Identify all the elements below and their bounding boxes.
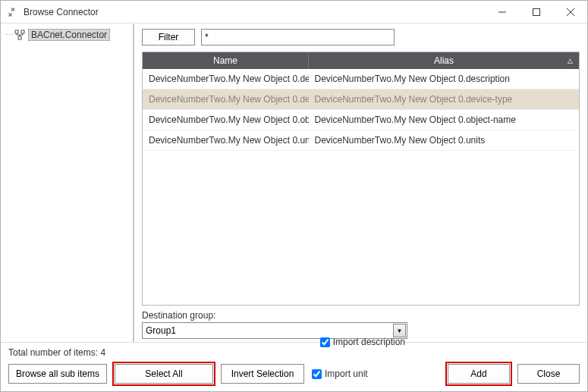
svg-rect-1 xyxy=(15,30,18,33)
cell-alias: DeviceNumberTwo.My New Object 0.device-t… xyxy=(309,89,580,110)
table-row[interactable]: DeviceNumberTwo.My New Object 0.object D… xyxy=(143,110,579,130)
close-window-button[interactable] xyxy=(553,1,587,23)
minimize-button[interactable] xyxy=(485,1,519,23)
column-header-name-label: Name xyxy=(213,55,237,66)
window-controls xyxy=(485,1,587,23)
connector-icon xyxy=(14,30,25,40)
column-header-name[interactable]: Name xyxy=(143,52,309,69)
close-button[interactable]: Close xyxy=(517,364,580,384)
app-icon xyxy=(7,6,19,18)
window-title: Browse Connector xyxy=(24,7,485,17)
select-all-button[interactable]: Select All xyxy=(115,364,213,384)
import-unit-input[interactable] xyxy=(312,369,322,379)
cell-alias: DeviceNumberTwo.My New Object 0.descript… xyxy=(309,69,580,89)
tree-node-bacnet-connector[interactable]: ⋯ BACnet.Connector xyxy=(1,27,133,42)
import-unit-label: Import unit xyxy=(325,368,368,379)
chevron-down-icon: ▼ xyxy=(393,324,406,337)
cell-name: DeviceNumberTwo.My New Object 0.units xyxy=(143,130,309,151)
table-row[interactable]: DeviceNumberTwo.My New Object 0.descri D… xyxy=(143,69,579,89)
connector-tree: ⋯ BACnet.Connector xyxy=(1,24,134,342)
table-row[interactable]: DeviceNumberTwo.My New Object 0.device D… xyxy=(143,89,579,110)
import-unit-checkbox[interactable]: Import unit xyxy=(312,368,368,379)
filter-row: Filter xyxy=(142,29,580,45)
invert-selection-button[interactable]: Invert Selection xyxy=(221,364,304,384)
cell-alias: DeviceNumberTwo.My New Object 0.units xyxy=(309,130,580,151)
cell-name: DeviceNumberTwo.My New Object 0.object xyxy=(143,110,309,130)
sort-indicator-icon: △ xyxy=(568,57,573,64)
titlebar: Browse Connector xyxy=(1,1,587,24)
import-description-checkbox[interactable]: Import description xyxy=(320,337,405,347)
cell-name: DeviceNumberTwo.My New Object 0.device xyxy=(143,89,309,110)
svg-rect-0 xyxy=(533,8,539,15)
tree-node-label: BACnet.Connector xyxy=(28,29,110,41)
footer: Total number of items: 4 Import descript… xyxy=(1,342,587,391)
filter-button[interactable]: Filter xyxy=(142,29,195,45)
maximize-button[interactable] xyxy=(519,1,553,23)
svg-rect-2 xyxy=(21,30,24,33)
filter-input[interactable] xyxy=(201,29,395,45)
svg-rect-3 xyxy=(18,36,21,39)
import-description-label: Import description xyxy=(333,337,405,347)
browse-all-sub-items-button[interactable]: Browse all sub items xyxy=(8,364,107,384)
table-row[interactable]: DeviceNumberTwo.My New Object 0.units De… xyxy=(143,130,579,151)
add-button[interactable]: Add xyxy=(448,364,510,384)
column-header-alias[interactable]: Alias△ xyxy=(309,52,580,69)
content-area: ⋯ BACnet.Connector Filter xyxy=(1,24,587,342)
destination-group-value: Group1 xyxy=(146,325,176,336)
destination-group-row: Destination group: Group1 ▼ xyxy=(142,310,580,339)
cell-alias: DeviceNumberTwo.My New Object 0.object-n… xyxy=(309,110,580,130)
total-items-label: Total number of items: 4 xyxy=(8,347,105,358)
main-panel: Filter Name Alias△ DeviceNumberTwo.My Ne… xyxy=(134,24,587,342)
table-empty-area xyxy=(143,151,579,305)
results-table: Name Alias△ DeviceNumberTwo.My New Objec… xyxy=(142,52,580,306)
destination-group-label: Destination group: xyxy=(142,310,580,321)
tree-expander-icon: ⋯ xyxy=(5,30,13,40)
column-header-alias-label: Alias xyxy=(434,55,454,66)
cell-name: DeviceNumberTwo.My New Object 0.descri xyxy=(143,69,309,89)
import-description-input[interactable] xyxy=(320,337,330,347)
